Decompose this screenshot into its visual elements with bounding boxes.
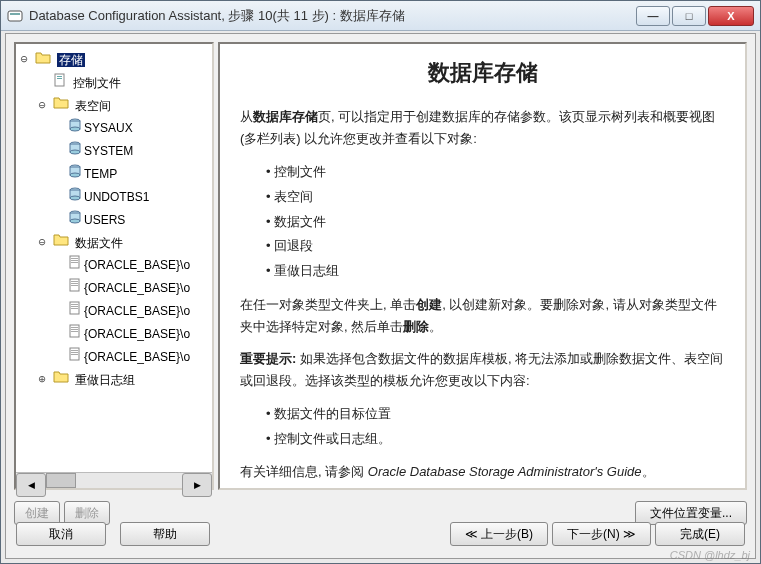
collapse-icon[interactable]: ⊖	[18, 48, 30, 70]
tree-datafile-item[interactable]: {ORACLE_BASE}\o	[54, 345, 210, 368]
tree[interactable]: ⊖ 存储 控制文件 ⊖	[16, 44, 212, 472]
chevron-right-icon: ≫	[620, 527, 636, 541]
svg-rect-26	[71, 283, 78, 284]
tree-tablespace-item[interactable]: SYSAUX	[54, 116, 210, 139]
folder-open-icon	[53, 94, 69, 116]
tablespace-icon	[68, 209, 82, 231]
svg-rect-27	[71, 285, 78, 286]
file-icon	[53, 72, 67, 94]
window-controls: — □ X	[634, 6, 754, 26]
tablespace-icon	[68, 186, 82, 208]
tree-item-label: 数据文件	[75, 235, 123, 249]
tree-tablespace-item[interactable]: SYSTEM	[54, 139, 210, 162]
svg-rect-30	[71, 306, 78, 307]
svg-rect-38	[71, 352, 78, 353]
svg-rect-22	[71, 260, 78, 261]
svg-rect-34	[71, 329, 78, 330]
intro-paragraph: 从数据库存储页, 可以指定用于创建数据库的存储参数。该页显示树列表和概要视图 (…	[240, 106, 725, 150]
scroll-left-icon[interactable]: ◀	[16, 473, 46, 497]
svg-point-16	[70, 196, 80, 200]
list-item: 回退段	[266, 234, 725, 259]
svg-rect-1	[10, 13, 20, 15]
folder-icon	[53, 368, 69, 390]
svg-rect-21	[71, 258, 78, 259]
tablespace-icon	[68, 140, 82, 162]
tree-tablespace-item[interactable]: USERS	[54, 208, 210, 231]
scroll-right-icon[interactable]: ▶	[182, 473, 212, 497]
see-also: 有关详细信息, 请参阅 Oracle Database Storage Admi…	[240, 461, 725, 483]
svg-rect-4	[57, 78, 62, 79]
tree-item-label: SYSTEM	[84, 144, 133, 158]
tree-root-label[interactable]: 存储	[57, 53, 85, 67]
svg-rect-2	[55, 74, 64, 86]
help-button[interactable]: 帮助	[120, 522, 210, 546]
tree-item-label: {ORACLE_BASE}\o	[84, 327, 190, 341]
tree-datafile-item[interactable]: {ORACLE_BASE}\o	[54, 299, 210, 322]
svg-rect-37	[71, 350, 78, 351]
tree-item-label: 重做日志组	[75, 372, 135, 386]
collapse-icon[interactable]: ⊖	[36, 94, 48, 116]
watermark: CSDN @lhdz_bj	[670, 549, 750, 561]
wizard-button-row: 取消 帮助 ≪ 上一步(B) 下一步(N) ≫ 完成(E)	[16, 522, 745, 546]
tree-root[interactable]: ⊖ 存储 控制文件 ⊖	[18, 48, 210, 390]
svg-rect-0	[8, 11, 22, 21]
svg-rect-3	[57, 76, 62, 77]
svg-point-7	[70, 127, 80, 131]
svg-rect-39	[71, 354, 78, 355]
app-window: Database Configuration Assistant, 步骤 10(…	[0, 0, 761, 564]
close-button[interactable]: X	[708, 6, 754, 26]
datafile-icon	[68, 254, 82, 276]
page-heading: 数据库存储	[240, 58, 725, 88]
scroll-thumb[interactable]	[46, 473, 76, 488]
horizontal-scrollbar[interactable]: ◀ ▶	[16, 472, 212, 488]
window-title: Database Configuration Assistant, 步骤 10(…	[29, 7, 634, 25]
tree-controlfiles[interactable]: 控制文件	[36, 71, 210, 94]
folder-open-icon	[35, 49, 51, 71]
client-area: ⊖ 存储 控制文件 ⊖	[5, 33, 756, 559]
tree-item-label: TEMP	[84, 167, 117, 181]
object-list: 控制文件表空间数据文件回退段重做日志组	[240, 160, 725, 283]
tree-datafile-item[interactable]: {ORACLE_BASE}\o	[54, 322, 210, 345]
folder-open-icon	[53, 231, 69, 253]
tree-item-label: UNDOTBS1	[84, 190, 149, 204]
tree-item-label: 表空间	[75, 98, 111, 112]
svg-rect-25	[71, 281, 78, 282]
expand-icon[interactable]: ⊕	[36, 368, 48, 390]
tree-tablespace-item[interactable]: UNDOTBS1	[54, 185, 210, 208]
tree-tablespace-item[interactable]: TEMP	[54, 162, 210, 185]
tree-item-label: 控制文件	[73, 76, 121, 90]
content-pane: 数据库存储 从数据库存储页, 可以指定用于创建数据库的存储参数。该页显示树列表和…	[218, 42, 747, 490]
svg-point-13	[70, 173, 80, 177]
tree-redo[interactable]: ⊕ 重做日志组	[36, 368, 210, 391]
tablespace-icon	[68, 117, 82, 139]
finish-button[interactable]: 完成(E)	[655, 522, 745, 546]
tree-item-label: {ORACLE_BASE}\o	[84, 281, 190, 295]
titlebar[interactable]: Database Configuration Assistant, 步骤 10(…	[1, 1, 760, 31]
important-note: 重要提示: 如果选择包含数据文件的数据库模板, 将无法添加或删除数据文件、表空间…	[240, 348, 725, 392]
back-button[interactable]: ≪ 上一步(B)	[450, 522, 548, 546]
svg-rect-31	[71, 308, 78, 309]
tree-item-label: {ORACLE_BASE}\o	[84, 304, 190, 318]
template-list: 数据文件的目标位置控制文件或日志组。	[240, 402, 725, 451]
cancel-button[interactable]: 取消	[16, 522, 106, 546]
chevron-left-icon: ≪	[465, 527, 481, 541]
list-item: 数据文件	[266, 210, 725, 235]
collapse-icon[interactable]: ⊖	[36, 231, 48, 253]
tree-item-label: {ORACLE_BASE}\o	[84, 350, 190, 364]
next-button[interactable]: 下一步(N) ≫	[552, 522, 651, 546]
list-item: 数据文件的目标位置	[266, 402, 725, 427]
tree-datafile-item[interactable]: {ORACLE_BASE}\o	[54, 276, 210, 299]
minimize-button[interactable]: —	[636, 6, 670, 26]
svg-rect-33	[71, 327, 78, 328]
tree-item-label: SYSAUX	[84, 121, 133, 135]
datafile-icon	[68, 300, 82, 322]
tree-datafiles[interactable]: ⊖ 数据文件 {ORACLE_BASE}\o{ORACLE_BASE}\o{OR…	[36, 231, 210, 368]
list-item: 控制文件或日志组。	[266, 427, 725, 452]
svg-rect-35	[71, 331, 78, 332]
tree-datafile-item[interactable]: {ORACLE_BASE}\o	[54, 253, 210, 276]
datafile-icon	[68, 277, 82, 299]
create-delete-paragraph: 在任一对象类型文件夹上, 单击创建, 以创建新对象。要删除对象, 请从对象类型文…	[240, 294, 725, 338]
tree-tablespaces[interactable]: ⊖ 表空间 SYSAUXSYSTEMTEMPUNDOTBS1USERS	[36, 94, 210, 231]
maximize-button[interactable]: □	[672, 6, 706, 26]
scroll-track[interactable]	[76, 473, 182, 488]
